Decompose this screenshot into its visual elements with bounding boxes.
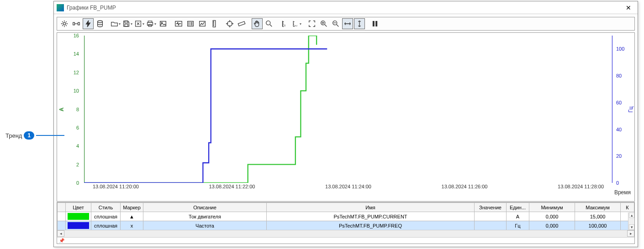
row-toggle[interactable] bbox=[58, 212, 66, 221]
y-label-left: A bbox=[58, 107, 65, 111]
col-style-header[interactable]: Стиль bbox=[91, 203, 121, 212]
y-tick-right: 60 bbox=[616, 100, 622, 105]
svg-rect-5 bbox=[125, 24, 128, 26]
svg-rect-8 bbox=[148, 22, 153, 25]
row-toggle[interactable] bbox=[58, 221, 66, 230]
fit-vertical-icon[interactable] bbox=[354, 18, 365, 29]
table-row[interactable]: сплошнаяxЧастотаPsTechMT.FB_PUMP.FREQГц0… bbox=[58, 221, 634, 230]
legend-vertical-scrollbar[interactable]: ▴ ▾ bbox=[628, 213, 634, 230]
x-tick: 13.08.2024 11:26:00 bbox=[442, 184, 488, 189]
y-tick-left: 12 bbox=[74, 70, 79, 75]
save-icon[interactable] bbox=[122, 18, 133, 29]
col-k-header[interactable]: К bbox=[621, 203, 634, 212]
svg-point-0 bbox=[63, 22, 65, 25]
plot-area[interactable] bbox=[84, 36, 612, 183]
ruler-vertical-icon[interactable] bbox=[209, 18, 220, 29]
y-tick-right: 80 bbox=[616, 73, 622, 78]
database-icon[interactable] bbox=[95, 18, 106, 29]
svg-rect-17 bbox=[238, 21, 245, 26]
close-button[interactable]: ✕ bbox=[622, 3, 635, 13]
scale-eu-icon[interactable]: EU bbox=[291, 18, 302, 29]
row-name: PsTechMT.FB_PUMP.CURRENT bbox=[267, 212, 475, 221]
scroll-left-icon[interactable]: ◂ bbox=[57, 230, 64, 237]
image-icon[interactable] bbox=[158, 18, 169, 29]
app-icon bbox=[57, 4, 64, 11]
svg-rect-4 bbox=[125, 21, 128, 23]
y-tick-right: 20 bbox=[616, 153, 622, 159]
table-row[interactable]: сплошная▲Ток двигателяPsTechMT.FB_PUMP.C… bbox=[58, 212, 634, 221]
svg-rect-14 bbox=[200, 21, 206, 26]
row-value bbox=[475, 212, 507, 221]
row-min: 0,000 bbox=[529, 212, 575, 221]
row-marker: ▲ bbox=[121, 212, 143, 221]
col-value-header[interactable]: Значение bbox=[475, 203, 507, 212]
scroll-up-icon[interactable]: ▴ bbox=[629, 213, 634, 218]
svg-text:0: 0 bbox=[284, 24, 285, 27]
row-name: PsTechMT.FB_PUMP.FREQ bbox=[267, 221, 475, 230]
connect-icon[interactable] bbox=[71, 18, 82, 29]
legend-table: Цвет Стиль Маркер Описание Имя Значение … bbox=[57, 202, 634, 230]
svg-rect-24 bbox=[376, 21, 377, 26]
callout-label: Тренд bbox=[5, 132, 22, 139]
col-min-header[interactable]: Минимум bbox=[529, 203, 575, 212]
y-tick-left: 16 bbox=[74, 33, 79, 38]
row-style: сплошная bbox=[91, 221, 121, 230]
x-tick: 13.08.2024 11:20:00 bbox=[93, 184, 139, 189]
legend-icon[interactable] bbox=[185, 18, 196, 29]
y-label-right: Гц bbox=[627, 106, 633, 112]
svg-point-18 bbox=[266, 21, 270, 25]
col-desc-header[interactable]: Описание bbox=[143, 203, 267, 212]
callout: Тренд 1 bbox=[5, 131, 64, 140]
pin-icon[interactable]: 📌 bbox=[59, 238, 64, 243]
print-icon[interactable] bbox=[146, 18, 157, 29]
chart-icon[interactable] bbox=[197, 18, 208, 29]
row-max: 15,000 bbox=[575, 212, 621, 221]
ruler-icon[interactable] bbox=[236, 18, 247, 29]
fit-icon[interactable] bbox=[306, 18, 317, 29]
y-tick-right: 40 bbox=[616, 127, 622, 132]
pause-icon[interactable] bbox=[370, 18, 380, 29]
row-marker: x bbox=[121, 221, 143, 230]
scale-left-icon[interactable]: 0 bbox=[279, 18, 290, 29]
legend-header-row: Цвет Стиль Маркер Описание Имя Значение … bbox=[58, 203, 634, 212]
zoom-out-icon[interactable] bbox=[330, 18, 341, 29]
col-name-header[interactable]: Имя bbox=[267, 203, 475, 212]
row-value bbox=[475, 221, 507, 230]
svg-point-3 bbox=[98, 21, 103, 23]
col-max-header[interactable]: Максимум bbox=[575, 203, 621, 212]
pulse-icon[interactable] bbox=[173, 18, 184, 29]
col-toggle-header[interactable] bbox=[58, 203, 66, 212]
row-desc: Ток двигателя bbox=[143, 212, 267, 221]
zoom-icon[interactable] bbox=[264, 18, 274, 29]
zoom-in-icon[interactable] bbox=[318, 18, 329, 29]
x-tick: 13.08.2024 11:28:00 bbox=[558, 184, 604, 189]
open-icon[interactable] bbox=[110, 18, 121, 29]
gear-icon[interactable] bbox=[59, 18, 70, 29]
app-window: Графики FB_PUMP ✕ 0 bbox=[53, 1, 638, 247]
lightning-icon[interactable] bbox=[83, 18, 94, 29]
col-marker-header[interactable]: Маркер bbox=[121, 203, 143, 212]
hand-icon[interactable] bbox=[252, 18, 263, 29]
legend-horizontal-scrollbar[interactable]: ◂ ▸ bbox=[57, 230, 634, 237]
col-unit-header[interactable]: Един... bbox=[507, 203, 529, 212]
svg-rect-10 bbox=[160, 21, 166, 26]
y-tick-left: 4 bbox=[76, 143, 79, 149]
svg-rect-1 bbox=[73, 22, 75, 25]
chart-area[interactable]: A 0246810121416 Гц 020406080100 Время 13… bbox=[57, 32, 635, 202]
row-color[interactable] bbox=[66, 212, 91, 221]
excel-icon[interactable] bbox=[134, 18, 145, 29]
y-axis-left: A 0246810121416 bbox=[57, 36, 84, 183]
scroll-down-icon[interactable]: ▾ bbox=[629, 224, 634, 230]
row-color[interactable] bbox=[66, 221, 91, 230]
col-color-header[interactable]: Цвет bbox=[66, 203, 91, 212]
target-icon[interactable] bbox=[224, 18, 235, 29]
plot-svg bbox=[84, 36, 612, 183]
fit-horizontal-icon[interactable] bbox=[342, 18, 353, 29]
row-unit: Гц bbox=[507, 221, 529, 230]
y-axis-right: Гц 020406080100 bbox=[612, 36, 634, 183]
pin-row[interactable]: 📌 bbox=[57, 237, 634, 244]
svg-rect-2 bbox=[78, 22, 80, 25]
x-axis-label: Время bbox=[614, 189, 631, 196]
scroll-right-icon[interactable]: ▸ bbox=[627, 230, 634, 237]
x-axis: Время 13.08.2024 11:20:0013.08.2024 11:2… bbox=[84, 183, 612, 201]
